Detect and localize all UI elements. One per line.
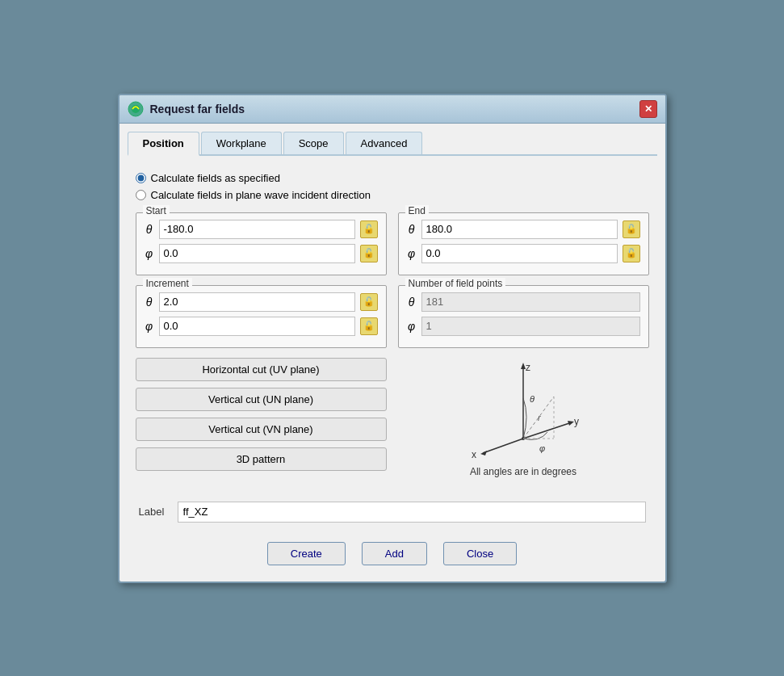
radio-row-1: Calculate fields as specified — [136, 172, 649, 184]
svg-line-8 — [483, 439, 523, 453]
coordinate-diagram: z y x θ — [459, 358, 588, 463]
increment-phi-label: φ — [145, 320, 154, 333]
increment-theta-label: θ — [145, 296, 154, 309]
start-phi-row: φ 🔓 — [145, 244, 378, 263]
end-theta-lock[interactable]: 🔓 — [623, 220, 640, 238]
start-phi-lock[interactable]: 🔓 — [360, 245, 378, 262]
start-theta-input[interactable] — [159, 220, 355, 239]
numpoints-phi-input — [421, 317, 640, 336]
horizontal-cut-button[interactable]: Horizontal cut (UV plane) — [136, 358, 387, 381]
dialog-title: Request far fields — [150, 103, 245, 115]
radio-row-2: Calculate fields in plane wave incident … — [136, 189, 649, 201]
end-fieldset: End θ 🔓 φ 🔓 — [398, 212, 649, 275]
increment-theta-input[interactable] — [159, 292, 355, 312]
tab-workplane[interactable]: Workplane — [201, 132, 282, 154]
numpoints-phi-label: φ — [407, 320, 417, 333]
radio-calculate-as-specified[interactable] — [136, 173, 146, 183]
end-theta-input[interactable] — [421, 220, 618, 239]
increment-legend: Increment — [143, 278, 192, 289]
end-phi-lock[interactable]: 🔓 — [623, 245, 640, 262]
increment-phi-input[interactable] — [159, 317, 355, 336]
label-field-label: Label — [139, 506, 171, 518]
title-bar: Request far fields ✕ — [119, 95, 665, 124]
increment-theta-row: θ 🔓 — [145, 292, 378, 312]
svg-text:x: x — [472, 449, 476, 460]
tab-scope[interactable]: Scope — [283, 132, 344, 154]
start-theta-label: θ — [145, 223, 154, 236]
start-end-row: Start θ 🔓 φ 🔓 End θ — [136, 212, 649, 275]
numpoints-theta-label: θ — [407, 296, 417, 309]
start-phi-input[interactable] — [159, 244, 355, 263]
numpoints-fieldset: Number of field points θ φ — [398, 285, 649, 348]
increment-phi-lock[interactable]: 🔓 — [360, 317, 378, 335]
numpoints-theta-input — [421, 292, 640, 312]
close-button[interactable]: ✕ — [639, 100, 657, 118]
all-angles-label: All angles are in degrees — [470, 466, 576, 477]
svg-marker-9 — [480, 451, 487, 456]
action-buttons: Create Add Close — [128, 542, 657, 573]
end-phi-label: φ — [407, 247, 417, 260]
create-button[interactable]: Create — [267, 542, 346, 565]
end-theta-label: θ — [407, 223, 417, 236]
end-legend: End — [405, 205, 429, 216]
radio-group: Calculate fields as specified Calculate … — [136, 172, 649, 201]
vertical-cut-vn-button[interactable]: Vertical cut (VN plane) — [136, 418, 387, 441]
radio-plane-wave[interactable] — [136, 190, 146, 200]
diagram-area: z y x θ — [398, 358, 649, 477]
label-input[interactable] — [178, 502, 646, 523]
increment-phi-row: φ 🔓 — [145, 317, 378, 336]
3d-pattern-button[interactable]: 3D pattern — [136, 447, 387, 471]
start-fieldset: Start θ 🔓 φ 🔓 — [136, 212, 387, 275]
close-dialog-button[interactable]: Close — [443, 542, 517, 565]
svg-text:θ: θ — [530, 394, 535, 404]
title-bar-left: Request far fields — [128, 101, 245, 117]
increment-numpoints-row: Increment θ 🔓 φ 🔓 Number of field points — [136, 285, 649, 348]
vertical-cut-un-button[interactable]: Vertical cut (UN plane) — [136, 388, 387, 411]
start-phi-label: φ — [145, 247, 154, 260]
tab-advanced[interactable]: Advanced — [346, 132, 423, 154]
svg-marker-6 — [568, 421, 574, 426]
content-area: Calculate fields as specified Calculate … — [128, 164, 657, 531]
label-row: Label — [136, 502, 649, 523]
cut-buttons-group: Horizontal cut (UV plane) Vertical cut (… — [136, 358, 387, 477]
numpoints-phi-row: φ — [407, 317, 640, 336]
tab-bar: Position Workplane Scope Advanced — [128, 132, 657, 156]
tab-position[interactable]: Position — [128, 132, 199, 156]
svg-text:y: y — [574, 416, 579, 427]
radio-label-1: Calculate fields as specified — [151, 172, 280, 184]
radio-label-2: Calculate fields in plane wave incident … — [151, 189, 371, 201]
dialog: Request far fields ✕ Position Workplane … — [118, 94, 667, 583]
end-theta-row: θ 🔓 — [407, 220, 640, 239]
buttons-diagram-row: Horizontal cut (UV plane) Vertical cut (… — [136, 358, 649, 477]
end-phi-row: φ 🔓 — [407, 244, 640, 263]
increment-fieldset: Increment θ 🔓 φ 🔓 — [136, 285, 387, 348]
start-theta-row: θ 🔓 — [145, 220, 378, 239]
svg-text:z: z — [526, 362, 530, 373]
end-phi-input[interactable] — [421, 244, 618, 263]
add-button[interactable]: Add — [362, 542, 427, 565]
increment-theta-lock[interactable]: 🔓 — [360, 293, 378, 311]
svg-line-5 — [523, 422, 572, 439]
start-legend: Start — [143, 205, 170, 216]
svg-text:φ: φ — [539, 443, 545, 453]
dialog-body: Position Workplane Scope Advanced Calcul… — [119, 124, 665, 582]
numpoints-theta-row: θ — [407, 292, 640, 312]
numpoints-legend: Number of field points — [405, 278, 506, 289]
start-theta-lock[interactable]: 🔓 — [360, 220, 378, 238]
app-icon — [128, 101, 144, 117]
